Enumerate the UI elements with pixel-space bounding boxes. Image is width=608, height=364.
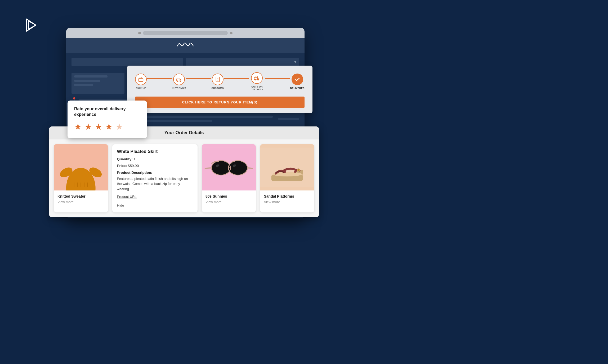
sandal-product-name: Sandal Platforms <box>264 194 311 198</box>
svg-point-23 <box>212 161 230 175</box>
connector-4 <box>265 78 290 79</box>
sandal-image <box>260 144 314 190</box>
sandal-view-more[interactable]: View more <box>264 200 311 204</box>
browser-addressbar <box>143 31 228 35</box>
price-value: $59.90 <box>128 164 139 168</box>
star-4[interactable]: ★ <box>105 122 113 132</box>
product-card-sandal-platforms: Sandal Platforms View more <box>260 144 314 212</box>
nav-input-right: ▼ <box>186 58 299 66</box>
delivered-icon-circle <box>292 74 303 85</box>
order-details-section: Your Order Details <box>49 126 319 217</box>
product-card-white-pleated-skirt: White Pleated Skirt Quantity: 1 Price: $… <box>112 144 198 212</box>
svg-rect-0 <box>139 78 143 81</box>
customs-label: CUSTOMS <box>211 87 224 89</box>
transit-label: IN TRANSIT <box>172 87 186 89</box>
nav-input-left <box>71 58 183 66</box>
star-3[interactable]: ★ <box>95 122 102 132</box>
rating-title: Rate your overall delivery experience <box>74 106 140 117</box>
svg-line-26 <box>205 168 212 169</box>
skirt-product-name: White Pleated Skirt <box>117 149 193 154</box>
sweater-view-more[interactable]: View more <box>57 200 104 204</box>
stars-row[interactable]: ★ ★ ★ ★ ★ <box>74 122 140 132</box>
quantity-value: 1 <box>134 157 136 161</box>
tracking-step-delivered: DELIVERED <box>290 74 305 89</box>
svg-point-13 <box>76 161 86 168</box>
sweater-product-info: Knitted Sweater View more <box>54 190 108 207</box>
star-5[interactable]: ★ <box>115 122 123 132</box>
brand-logo <box>176 41 195 51</box>
svg-point-25 <box>229 161 247 175</box>
sweater-product-name: Knitted Sweater <box>57 194 104 198</box>
browser-titlebar <box>66 28 305 38</box>
tracking-step-out-for-delivery: OUT FOR DELIVERY <box>249 72 265 91</box>
sandal-product-info: Sandal Platforms View more <box>260 190 314 207</box>
hide-button[interactable]: Hide <box>117 203 124 207</box>
sunnies-product-name: 80s Sunnies <box>205 194 252 198</box>
customs-icon-circle <box>212 74 223 85</box>
sweater-image <box>54 144 108 190</box>
star-1[interactable]: ★ <box>74 122 82 132</box>
delivered-label: DELIVERED <box>290 87 305 89</box>
connector-3 <box>224 78 249 79</box>
outfordelivery-label: OUT FOR DELIVERY <box>249 85 265 91</box>
product-card-80s-sunnies: 80s Sunnies View more <box>202 144 256 212</box>
return-items-button[interactable]: CLICK HERE TO RETURN YOUR ITEM(S) <box>135 97 305 108</box>
star-2[interactable]: ★ <box>84 122 92 132</box>
price-label: Price: <box>117 164 127 168</box>
transit-icon-circle <box>173 74 185 85</box>
svg-rect-32 <box>260 148 314 187</box>
dropdown-chevron-icon: ▼ <box>293 60 297 64</box>
product-url-link[interactable]: Product URL <box>117 195 193 199</box>
sunnies-product-info: 80s Sunnies View more <box>202 190 256 207</box>
browser-dot-1 <box>138 32 141 34</box>
tracking-step-customs: CUSTOMS <box>211 74 224 89</box>
tracking-steps: PICK UP IN TRANSIT <box>135 72 305 91</box>
description-label: Product Description: <box>117 171 193 175</box>
product-card-knitted-sweater: Knitted Sweater View more <box>54 144 108 212</box>
sunglasses-image <box>202 144 256 190</box>
pickup-label: PICK UP <box>136 87 146 89</box>
browser-header <box>66 38 305 53</box>
skirt-quantity: Quantity: 1 <box>117 157 193 162</box>
tracking-step-pickup: PICK UP <box>135 74 147 89</box>
svg-rect-1 <box>176 79 180 81</box>
tracking-step-in-transit: IN TRANSIT <box>172 74 186 89</box>
sunnies-view-more[interactable]: View more <box>205 200 252 204</box>
connector-1 <box>147 78 172 79</box>
order-details-title: Your Order Details <box>164 130 204 135</box>
skirt-price: Price: $59.90 <box>117 163 193 169</box>
outfordelivery-icon-circle <box>251 72 263 84</box>
tracking-card: PICK UP IN TRANSIT <box>127 66 312 113</box>
description-text: Features a pleated satin finish and sits… <box>117 176 193 192</box>
svg-line-27 <box>247 168 253 169</box>
pickup-icon-circle <box>135 74 147 85</box>
browser-dot-2 <box>230 32 233 34</box>
connector-2 <box>186 78 211 79</box>
rating-card: Rate your overall delivery experience ★ … <box>68 101 147 138</box>
quantity-label: Quantity: <box>117 157 133 161</box>
play-icon <box>21 16 40 35</box>
products-grid: Knitted Sweater View more White Pleated … <box>49 139 319 217</box>
